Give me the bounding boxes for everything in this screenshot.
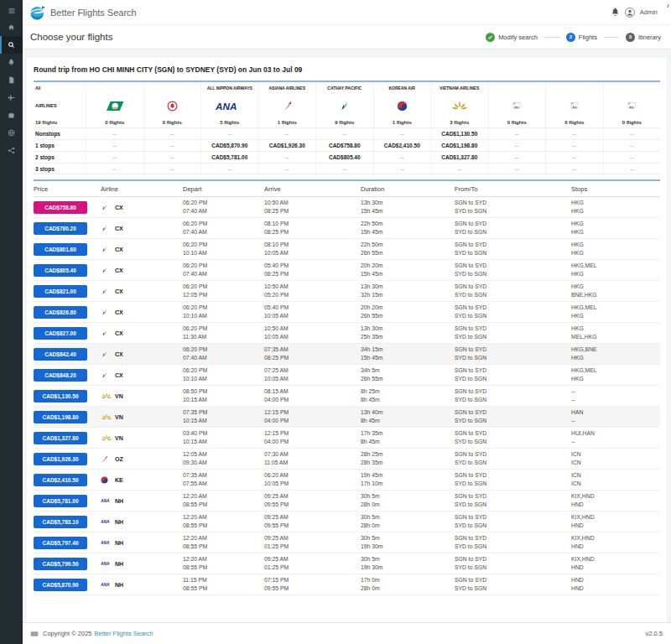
matrix-column-airline-11[interactable]: 0 flights	[603, 82, 661, 127]
matrix-price-cell[interactable]: CAD$805.40	[315, 152, 373, 163]
matrix-price-cell: --	[603, 140, 661, 151]
airline-cell: ANANH	[101, 580, 183, 589]
matrix-price-cell[interactable]: CAD$1,130.50	[430, 128, 488, 139]
flight-row: CAD$5,799.50ANANH12:20 AM08:55 PM09:25 A…	[34, 553, 660, 574]
duration-cell: 28h 25m28h 35m	[361, 450, 455, 467]
matrix-price-cell[interactable]: CAD$2,410.50	[373, 140, 431, 151]
arrive-cell: 09:25 AM09:55 PM	[264, 492, 361, 509]
price-button[interactable]: CAD$2,410.50	[34, 474, 87, 486]
airline-code: CX	[115, 309, 123, 315]
price-button[interactable]: CAD$1,130.50	[34, 390, 87, 402]
price-button[interactable]: CAD$1,926.30	[34, 453, 87, 465]
step-itinerary-label: Itinerary	[638, 34, 661, 41]
price-button[interactable]: CAD$801.60	[34, 243, 87, 256]
share-icon	[8, 147, 15, 154]
sidebar-item-flights[interactable]	[0, 89, 23, 106]
arrive-cell: 12:15 PM04:00 PM	[264, 408, 361, 425]
price-button[interactable]: CAD$1,327.80	[34, 432, 87, 444]
matrix-price-cell: --	[315, 164, 373, 174]
matrix-column-asiana-airlines[interactable]: ASIANA AIRLINES1 flights	[258, 82, 316, 127]
sidebar-item-home[interactable]	[0, 18, 23, 36]
price-button[interactable]: CAD$5,799.50	[34, 558, 87, 570]
fromto-cell: SGN to SYDSYD to SGN	[455, 429, 571, 446]
price-button[interactable]: CAD$827.00	[34, 327, 87, 340]
price-button[interactable]: CAD$848.20	[34, 369, 87, 382]
matrix-price-cell[interactable]: CAD$1,327.80	[430, 152, 488, 163]
price-button[interactable]: CAD$5,783.10	[34, 516, 87, 528]
cathay-logo	[101, 224, 112, 232]
stops-cell: KIX,HNDHND	[571, 492, 660, 509]
matrix-price-cell: --	[258, 152, 316, 163]
sidebar-item-world[interactable]	[0, 124, 23, 142]
arrive-cell: 08:15 AM04:00 PM	[264, 387, 361, 404]
user-name[interactable]: Admin	[640, 8, 658, 16]
fromto-cell: SGN to SYDSYD to SGN	[455, 555, 571, 572]
footer-brand-link[interactable]: Better Flights Search	[94, 630, 153, 637]
stops-row-label: 3 stops	[34, 166, 86, 172]
price-cell: CAD$821.00	[34, 285, 101, 298]
matrix-column-all-nippon-airways[interactable]: ALL NIPPON AIRWAYSANA5 flights	[200, 82, 258, 127]
matrix-column-cathay-pacific[interactable]: CATHAY PACIFIC9 flights	[315, 82, 373, 127]
matrix-column-airline-10[interactable]: 0 flights	[545, 82, 603, 127]
price-button[interactable]: CAD$805.40	[34, 264, 87, 277]
flight-row: CAD$1,327.80VN03:40 PM10:15 AM12:15 PM04…	[34, 428, 660, 449]
stops-row-label: 2 stops	[34, 154, 86, 160]
price-button[interactable]: CAD$780.20	[34, 222, 87, 235]
matrix-price-cell[interactable]: CAD$758.80	[315, 140, 373, 151]
sidebar-item-share[interactable]	[0, 142, 23, 159]
price-button[interactable]: CAD$826.80	[34, 306, 87, 319]
matrix-column-airline-9[interactable]: 0 flights	[488, 82, 546, 127]
step-itinerary[interactable]: 3Itinerary	[626, 33, 661, 42]
airline-name: CATHAY PACIFIC	[327, 86, 362, 91]
page-title: Choose your flights	[30, 32, 112, 42]
sidebar-item-reports[interactable]	[0, 71, 23, 89]
duration-cell: 13h 30m32h 15m	[361, 283, 455, 299]
duration-cell: 13h 30m25h 35m	[361, 325, 455, 341]
price-button[interactable]: CAD$5,781.00	[34, 495, 87, 507]
flight-row: CAD$5,797.40ANANH12:20 AM08:55 PM09:25 A…	[34, 532, 660, 553]
content: Round trip from HO CHI MINH CITY (SGN) t…	[23, 49, 671, 622]
app-window: Better Flights Search Admin › Choose you…	[0, 0, 671, 644]
fromto-cell: SGN to SYDSYD to SGN	[455, 492, 571, 509]
sidebar-item-alerts[interactable]	[0, 54, 23, 71]
sidebar-item-bookings[interactable]	[0, 106, 23, 124]
fromto-cell: SGN to SYDSYD to SGN	[455, 241, 571, 257]
airline-cell: OZ	[101, 454, 183, 463]
matrix-price-cell[interactable]: CAD$5,870.90	[200, 140, 258, 151]
user-avatar-icon[interactable]	[625, 8, 635, 18]
matrix-price-cell: --	[603, 152, 661, 163]
notifications-bell-icon[interactable]	[611, 8, 620, 17]
matrix-price-cell[interactable]: CAD$1,926.30	[258, 140, 316, 151]
matrix-column-air-canada[interactable]: 0 flights	[143, 82, 201, 127]
price-button[interactable]: CAD$5,870.90	[34, 579, 87, 591]
price-button[interactable]: CAD$758.80	[34, 201, 87, 214]
airline-code: VN	[115, 414, 123, 420]
airline-cell: CX	[101, 245, 183, 253]
matrix-price-cell[interactable]: CAD$5,781.00	[200, 152, 258, 163]
cathay-logo	[101, 203, 112, 211]
sidebar-item-menu[interactable]	[0, 3, 23, 18]
matrix-price-cell: --	[488, 140, 546, 151]
matrix-column-eva-air[interactable]: 0 flights	[86, 82, 143, 127]
vietnam-airlines-logo	[451, 98, 468, 113]
price-button[interactable]: CAD$842.40	[34, 348, 87, 361]
airline-code: NH	[115, 519, 123, 525]
price-button[interactable]: CAD$5,797.40	[34, 537, 87, 549]
matrix-price-cell[interactable]: CAD$1,198.80	[430, 140, 488, 151]
sidebar-item-search[interactable]	[0, 36, 23, 54]
column-header-duration: Duration	[361, 185, 455, 193]
airline-cell: VN	[101, 392, 183, 400]
matrix-column-korean-air[interactable]: KOREAN AIR1 flights	[373, 82, 431, 127]
step-flights[interactable]: 2Flights	[566, 33, 597, 42]
fromto-cell: SGN to SYDSYD to SGN	[455, 262, 571, 278]
price-button[interactable]: CAD$821.00	[34, 285, 87, 298]
matrix-column-vietnam-airlines[interactable]: VIETNAM AIRLINES3 flights	[430, 82, 488, 127]
price-button[interactable]: CAD$1,198.80	[34, 411, 87, 423]
briefcase-icon	[8, 112, 15, 119]
chevron-right-icon[interactable]: ›	[667, 1, 669, 10]
stops-cell: ICNICN	[571, 450, 660, 467]
arrive-cell: 09:25 AM09:55 PM	[264, 513, 361, 530]
airline-cell: CX	[101, 203, 183, 211]
vietnam-logo	[101, 392, 112, 400]
step-modify-search[interactable]: Modify search	[486, 33, 538, 42]
